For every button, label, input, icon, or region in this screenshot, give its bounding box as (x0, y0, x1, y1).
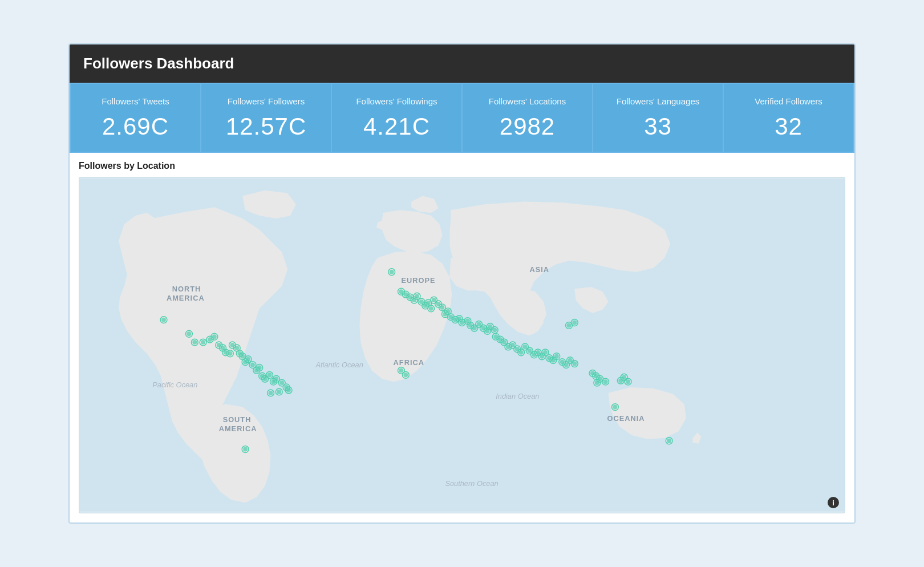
svg-point-178 (626, 379, 630, 384)
indian-ocean-label: Indian Ocean (496, 392, 539, 400)
svg-point-180 (613, 405, 617, 410)
svg-point-98 (460, 321, 464, 325)
svg-point-56 (277, 390, 281, 394)
asia-label: ASIA (529, 265, 549, 274)
svg-point-150 (554, 354, 559, 359)
svg-point-60 (243, 447, 248, 452)
stat-value-3: 2982 (474, 113, 581, 140)
atlantic-ocean-label: Atlantic Ocean (315, 361, 363, 369)
world-map-svg: Pacific Ocean Atlantic Ocean Indian Ocea… (79, 177, 845, 513)
svg-point-4 (187, 331, 191, 336)
stat-label-1: Followers' Followers (213, 96, 319, 106)
stat-card-1: Followers' Followers 12.57C (201, 84, 331, 152)
svg-point-114 (492, 327, 497, 332)
svg-point-50 (279, 380, 284, 385)
south-america-label2: AMERICA (219, 424, 257, 433)
svg-point-172 (603, 379, 608, 384)
svg-point-118 (403, 372, 408, 377)
southern-ocean-label: Southern Ocean (445, 479, 498, 488)
africa-label: AFRICA (394, 358, 424, 367)
stat-card-3: Followers' Locations 2982 (463, 84, 592, 152)
svg-point-2 (161, 318, 166, 322)
svg-point-132 (519, 350, 524, 355)
svg-point-58 (269, 391, 273, 395)
svg-point-160 (567, 323, 572, 328)
svg-point-48 (274, 376, 278, 381)
stat-card-0: Followers' Tweets 2.69C (71, 84, 200, 152)
svg-point-44 (268, 372, 272, 377)
stat-value-1: 12.57C (213, 113, 319, 140)
south-america-label: SOUTH (223, 415, 252, 424)
stat-label-2: Followers' Followings (343, 96, 450, 106)
svg-point-6 (192, 340, 197, 345)
europe-label: EUROPE (401, 276, 435, 285)
dashboard-header: Followers Dashboard (70, 44, 854, 83)
svg-point-170 (595, 380, 599, 385)
stat-label-0: Followers' Tweets (82, 96, 189, 106)
svg-point-62 (390, 270, 394, 274)
svg-point-174 (618, 378, 623, 383)
stat-card-4: Followers' Languages 33 (593, 84, 723, 152)
stat-card-2: Followers' Followings 4.21C (332, 84, 461, 152)
svg-point-54 (286, 388, 291, 392)
svg-point-78 (426, 301, 431, 305)
stat-value-0: 2.69C (82, 113, 189, 140)
stat-value-4: 33 (605, 113, 711, 140)
dashboard-title: Followers Dashboard (83, 55, 841, 72)
stat-card-5: Verified Followers 32 (724, 84, 853, 152)
stat-label-5: Verified Followers (735, 96, 842, 106)
svg-point-86 (440, 305, 445, 310)
north-america-label2: AMERICA (167, 294, 205, 302)
svg-point-162 (572, 321, 577, 325)
svg-point-12 (212, 334, 217, 339)
svg-point-144 (543, 350, 548, 355)
stat-value-2: 4.21C (343, 113, 450, 140)
stat-value-5: 32 (735, 113, 842, 140)
pacific-ocean-label: Pacific Ocean (152, 380, 197, 389)
svg-point-116 (399, 368, 403, 372)
stats-row: Followers' Tweets 2.69C Followers' Follo… (70, 83, 854, 153)
dashboard-wrapper: Followers Dashboard Followers' Tweets 2.… (68, 43, 856, 524)
svg-point-8 (201, 340, 205, 345)
north-america-label: NORTH (172, 285, 201, 293)
svg-point-34 (250, 363, 255, 367)
svg-point-32 (246, 357, 250, 362)
map-container: Pacific Ocean Atlantic Ocean Indian Ocea… (79, 177, 845, 513)
svg-point-158 (572, 362, 577, 366)
svg-point-28 (240, 354, 245, 359)
stat-label-4: Followers' Languages (605, 96, 711, 106)
svg-point-38 (257, 366, 262, 370)
info-icon[interactable]: i (828, 497, 839, 508)
svg-point-182 (667, 439, 671, 443)
stat-label-3: Followers' Locations (474, 96, 581, 106)
svg-point-20 (228, 351, 233, 356)
map-title: Followers by Location (79, 161, 845, 171)
svg-point-24 (234, 346, 239, 350)
svg-point-72 (415, 294, 419, 298)
svg-point-80 (429, 306, 433, 311)
svg-point-90 (445, 309, 450, 314)
map-section: Followers by Location (70, 153, 854, 523)
oceania-label: OCEANIA (607, 414, 645, 423)
